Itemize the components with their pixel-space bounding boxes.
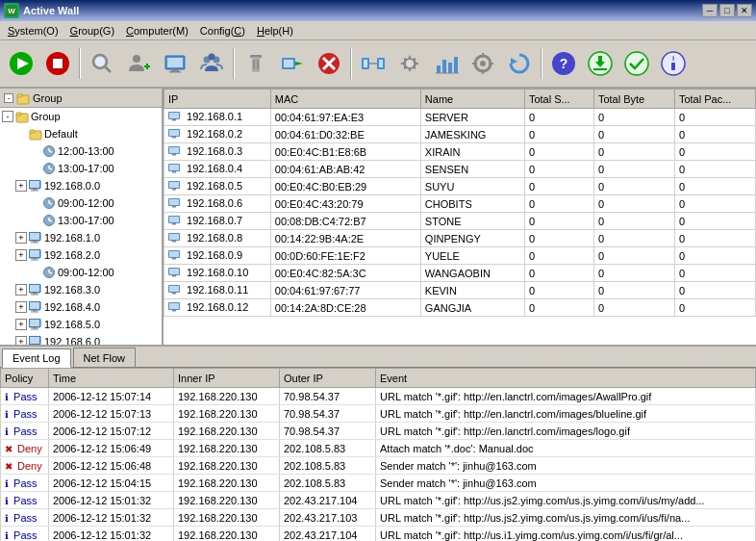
tree-item[interactable]: 13:00-17:00: [0, 160, 162, 177]
tree-expand[interactable]: +: [15, 232, 27, 244]
table-row[interactable]: 192.168.0.6 00:E0:4C:43:20:79 CHOBITS 0 …: [164, 195, 756, 213]
table-row[interactable]: 192.168.0.4 00:04:61:AB:AB:42 SENSEN 0 0…: [164, 161, 756, 178]
tree-expand[interactable]: +: [15, 180, 27, 192]
window-controls[interactable]: ─ □ ✕: [702, 4, 752, 17]
download-button[interactable]: [583, 46, 617, 81]
table-row[interactable]: 192.168.0.2 00:04:61:D0:32:BE JAMESKING …: [164, 126, 756, 143]
svg-rect-84: [30, 250, 39, 257]
toolbar-separator-1: [79, 48, 81, 79]
info-button[interactable]: i: [656, 46, 691, 81]
tree-item[interactable]: +192.168.6.0: [0, 333, 162, 345]
menu-config[interactable]: Config(C): [194, 23, 251, 39]
log-row[interactable]: ℹ Pass 2006-12-12 15:07:12 192.168.220.1…: [1, 423, 756, 440]
menu-system[interactable]: System(O): [2, 23, 64, 39]
cell-event: URL match '*.gif': http://us.js2.yimg.co…: [376, 509, 756, 527]
log-row[interactable]: ℹ Pass 2006-12-12 15:07:13 192.168.220.1…: [1, 405, 756, 423]
svg-rect-58: [17, 94, 22, 97]
cell-policy: ℹ Pass: [1, 388, 49, 405]
tree-item[interactable]: 12:00-13:00: [0, 142, 162, 160]
main-area: - Group -GroupDefault12:00-13:0013:00-17…: [0, 89, 756, 347]
tree-item[interactable]: Default: [0, 125, 162, 142]
approve-button[interactable]: [619, 46, 654, 81]
tree-expand[interactable]: +: [15, 249, 27, 261]
tree-item[interactable]: +192.168.0.0: [0, 177, 162, 194]
cell-total-byte: 0: [593, 161, 674, 178]
log-row[interactable]: ℹ Pass 2006-12-12 15:04:15 192.168.220.1…: [1, 475, 756, 492]
cell-event: URL match '*.gif': http://us.js2.yimg.co…: [376, 492, 756, 509]
cell-name: XIRAIN: [420, 143, 524, 161]
tab-event-log[interactable]: Event Log: [2, 348, 71, 368]
add-user-button[interactable]: [121, 46, 156, 81]
network-button[interactable]: [356, 46, 391, 81]
cell-mac: 00:E0:4C:B0:EB:29: [270, 178, 420, 195]
log-row[interactable]: ✖ Deny 2006-12-12 15:06:49 192.168.220.1…: [1, 440, 756, 457]
log-row[interactable]: ✖ Deny 2006-12-12 15:06:48 192.168.220.1…: [1, 457, 756, 475]
menu-group[interactable]: Group(G): [64, 23, 120, 39]
table-row[interactable]: 192.168.0.5 00:E0:4C:B0:EB:29 SUYU 0 0 0: [164, 178, 756, 195]
maximize-button[interactable]: □: [719, 4, 735, 17]
computer-table-container[interactable]: IP MAC Name Total S... Total Byte Total …: [164, 89, 756, 345]
tree-item[interactable]: +192.168.1.0: [0, 229, 162, 246]
group-button[interactable]: [194, 46, 229, 81]
cell-time: 2006-12-12 15:07:14: [49, 388, 174, 405]
table-row[interactable]: 192.168.0.12 00:14:2A:8D:CE:28 GANGJIA 0…: [164, 299, 756, 317]
table-row[interactable]: 192.168.0.1 00:04:61:97:EA:E3 SERVER 0 0…: [164, 109, 756, 126]
table-row[interactable]: 192.168.0.10 00:E0:4C:82:5A:3C WANGAOBIN…: [164, 265, 756, 282]
computer-button[interactable]: [158, 46, 192, 81]
group-panel-title: Group: [33, 92, 63, 104]
group-collapse-btn[interactable]: -: [4, 93, 13, 103]
settings-button[interactable]: [392, 46, 427, 81]
svg-marker-46: [511, 58, 517, 64]
group-panel-header: - Group: [0, 89, 162, 108]
move-button[interactable]: [275, 46, 310, 81]
log-row[interactable]: ℹ Pass 2006-12-12 15:07:14 192.168.220.1…: [1, 388, 756, 405]
cell-inner-ip: 192.168.220.130: [174, 440, 280, 457]
table-row[interactable]: 192.168.0.3 00:E0:4C:B1:E8:6B XIRAIN 0 0…: [164, 143, 756, 161]
tree-expand[interactable]: +: [15, 301, 27, 313]
log-row[interactable]: ℹ Pass 2006-12-12 15:01:32 192.168.220.1…: [1, 527, 756, 542]
cell-total-s: 0: [524, 178, 593, 195]
cell-name: QINPENGY: [420, 230, 524, 247]
table-row[interactable]: 192.168.0.8 00:14:22:9B:4A:2E QINPENGY 0…: [164, 230, 756, 247]
tree-item[interactable]: 13:00-17:00: [0, 212, 162, 229]
table-row[interactable]: 192.168.0.7 00:08:DB:C4:72:B7 STONE 0 0 …: [164, 213, 756, 230]
cell-total-pac: 0: [674, 109, 755, 126]
log-table-header: Policy Time Inner IP Outer IP Event: [1, 369, 756, 388]
log-row[interactable]: ℹ Pass 2006-12-12 15:01:32 192.168.220.1…: [1, 509, 756, 527]
minimize-button[interactable]: ─: [702, 4, 718, 17]
refresh-button[interactable]: [502, 46, 537, 81]
help-button[interactable]: ?: [546, 46, 581, 81]
log-table-container[interactable]: Policy Time Inner IP Outer IP Event ℹ Pa…: [0, 368, 756, 541]
log-row[interactable]: ℹ Pass 2006-12-12 15:01:32 192.168.220.1…: [1, 492, 756, 509]
play-button[interactable]: [4, 46, 38, 81]
gear-button[interactable]: [466, 46, 500, 81]
menu-help[interactable]: Help(H): [251, 23, 299, 39]
delete-button[interactable]: [239, 46, 273, 81]
tree-item[interactable]: 09:00-12:00: [0, 194, 162, 212]
tree-expand[interactable]: +: [15, 336, 27, 345]
stats-button[interactable]: [429, 46, 464, 81]
tree-expand[interactable]: +: [15, 319, 27, 330]
tree-item[interactable]: -Group: [0, 108, 162, 125]
cell-time: 2006-12-12 15:01:32: [49, 527, 174, 542]
svg-rect-100: [33, 327, 37, 329]
close-button[interactable]: ✕: [737, 4, 752, 17]
menu-computer[interactable]: Computer(M): [120, 23, 194, 39]
tree-item[interactable]: +192.168.4.0: [0, 298, 162, 316]
tree-item[interactable]: +192.168.3.0: [0, 281, 162, 298]
table-row[interactable]: 192.168.0.11 00:04:61:97:67:77 KEVIN 0 0…: [164, 282, 756, 299]
tree-item[interactable]: +192.168.2.0: [0, 246, 162, 264]
computer-icon: [29, 180, 42, 192]
cell-total-pac: 0: [674, 143, 755, 161]
tab-net-flow[interactable]: Net Flow: [73, 348, 136, 367]
group-tree[interactable]: -GroupDefault12:00-13:0013:00-17:00+192.…: [0, 108, 162, 345]
block-button[interactable]: [312, 46, 346, 81]
tree-item[interactable]: 09:00-12:00: [0, 264, 162, 281]
tree-expand[interactable]: -: [2, 111, 13, 122]
tree-item[interactable]: +192.168.5.0: [0, 316, 162, 333]
stop-button[interactable]: [40, 46, 75, 81]
table-row[interactable]: 192.168.0.9 00:0D:60:FE:1E:F2 YUELE 0 0 …: [164, 247, 756, 265]
search-button[interactable]: [85, 46, 119, 81]
tree-expand[interactable]: +: [15, 284, 27, 296]
svg-point-18: [209, 54, 215, 61]
